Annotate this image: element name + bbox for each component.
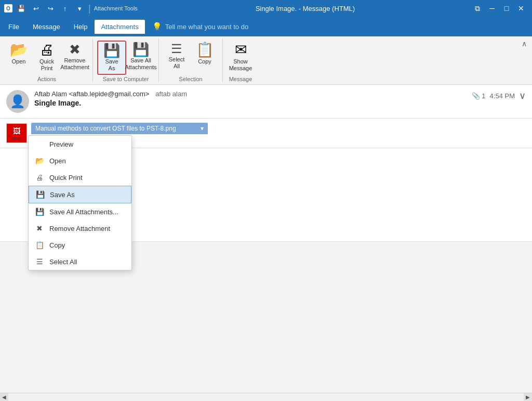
attachment-thumbnail: 🖼 png xyxy=(6,123,27,143)
paperclip-icon: 📎 xyxy=(472,92,480,100)
select-all-btn[interactable]: ☰ SelectAll xyxy=(163,41,190,75)
ctx-quick-print-icon: 🖨 xyxy=(35,173,44,182)
message-group-label: Message xyxy=(229,75,252,82)
restore-btn[interactable]: ⧉ xyxy=(471,2,484,15)
email-header: 👤 Aftab Alam <aftab.lepide@gmail.com> af… xyxy=(0,85,532,119)
scroll-right-btn[interactable]: ▶ xyxy=(524,393,532,402)
maximize-btn[interactable]: □ xyxy=(500,2,513,15)
ribbon: 📂 Open 🖨 QuickPrint ✖ RemoveAttachment A… xyxy=(0,36,532,85)
scroll-left-btn[interactable]: ◀ xyxy=(0,393,8,402)
sender-avatar: 👤 xyxy=(6,90,29,113)
ctx-save-as[interactable]: 💾 Save As xyxy=(29,186,131,203)
open-label: Open xyxy=(12,58,26,65)
email-time: 4:54 PM xyxy=(490,92,515,100)
show-message-icon: ✉ xyxy=(235,43,247,57)
ctx-copy[interactable]: 📋 Copy xyxy=(29,237,131,253)
copy-btn[interactable]: 📋 Copy xyxy=(191,41,218,75)
ribbon-collapse-btn[interactable]: ∧ xyxy=(520,38,529,49)
qat-more-btn[interactable]: ▾ xyxy=(74,3,85,14)
show-message-label: ShowMessage xyxy=(229,58,252,72)
qat-divider: | xyxy=(88,4,91,13)
remove-attachment-btn[interactable]: ✖ RemoveAttachment xyxy=(61,41,88,75)
qat-up-btn[interactable]: ↑ xyxy=(59,3,71,14)
attachment-bar: 🖼 png Manual methods to convert OST file… xyxy=(0,119,532,148)
menu-bar: File Message Help Attachments 💡 xyxy=(0,17,532,36)
ctx-open[interactable]: 📂 Open xyxy=(29,152,131,169)
context-label: Attachment Tools xyxy=(94,5,138,11)
select-all-label: SelectAll xyxy=(169,56,185,70)
ctx-save-all-label: Save All Attachments... xyxy=(49,208,118,216)
attachment-count: 1 xyxy=(482,92,485,100)
email-right: 📎 1 4:54 PM ∨ xyxy=(472,90,526,101)
ctx-remove-attachment[interactable]: ✖ Remove Attachment xyxy=(29,220,131,237)
email-subject: Single Image. xyxy=(34,99,467,107)
app-icon: O xyxy=(4,4,12,12)
email-from: Aftab Alam <aftab.lepide@gmail.com> xyxy=(34,90,149,98)
ctx-open-label: Open xyxy=(49,157,66,165)
ctx-quick-print-label: Quick Print xyxy=(49,174,83,182)
scroll-track[interactable] xyxy=(8,393,524,401)
attachment-filename: Manual methods to convert OST files to P… xyxy=(35,125,197,132)
ctx-save-all-icon: 💾 xyxy=(35,207,44,216)
save-group-label: Save to Computer xyxy=(103,75,149,82)
ctx-select-all[interactable]: ☰ Select All xyxy=(29,253,131,270)
show-message-btn[interactable]: ✉ ShowMessage xyxy=(227,41,254,75)
menu-message[interactable]: Message xyxy=(26,20,66,34)
ctx-select-all-label: Select All xyxy=(49,258,77,266)
ctx-copy-label: Copy xyxy=(49,241,65,249)
close-btn[interactable]: ✕ xyxy=(514,2,528,15)
copy-label: Copy xyxy=(198,58,211,65)
ctx-open-icon: 📂 xyxy=(35,156,44,165)
title-bar: O 💾 ↩ ↪ ↑ ▾ | Attachment Tools Single Im… xyxy=(0,0,532,17)
separator-2 xyxy=(158,38,159,82)
save-all-attachments-btn[interactable]: 💾 Save AllAttachments xyxy=(127,41,154,75)
quick-print-label: QuickPrint xyxy=(39,58,54,72)
menu-file[interactable]: File xyxy=(2,20,25,34)
tell-me-input[interactable] xyxy=(165,23,269,31)
ctx-save-as-label: Save As xyxy=(50,191,75,199)
quick-print-btn[interactable]: 🖨 QuickPrint xyxy=(33,41,60,75)
minimize-btn[interactable]: ─ xyxy=(485,2,499,15)
selection-buttons: ☰ SelectAll 📋 Copy xyxy=(163,38,218,75)
ctx-remove-label: Remove Attachment xyxy=(49,225,110,232)
ctx-quick-print[interactable]: 🖨 Quick Print xyxy=(29,169,131,186)
ribbon-group-selection: ☰ SelectAll 📋 Copy Selection xyxy=(160,36,221,84)
lightbulb-icon: 💡 xyxy=(152,22,162,31)
tell-me-area[interactable]: 💡 xyxy=(152,22,269,31)
attachment-dropdown-arrow[interactable]: ▾ xyxy=(201,125,204,132)
horizontal-scrollbar[interactable]: ◀ ▶ xyxy=(0,393,532,401)
email-tag: aftab alam xyxy=(155,90,187,98)
save-all-label: Save AllAttachments xyxy=(125,57,156,71)
window-title: Single Image. - Message (HTML) xyxy=(140,5,471,12)
open-icon: 📂 xyxy=(10,43,28,57)
message-buttons: ✉ ShowMessage xyxy=(227,38,254,75)
context-menu: Preview 📂 Open 🖨 Quick Print 💾 Save As 💾… xyxy=(28,135,132,270)
attachment-name-bar[interactable]: Manual methods to convert OST files to P… xyxy=(31,123,208,134)
save-as-label: SaveAs xyxy=(105,58,118,72)
ctx-preview-label: Preview xyxy=(49,140,73,148)
ctx-select-all-icon: ☰ xyxy=(35,257,44,266)
quick-print-icon: 🖨 xyxy=(39,43,54,57)
ctx-save-all[interactable]: 💾 Save All Attachments... xyxy=(29,203,131,220)
menu-attachments[interactable]: Attachments xyxy=(95,20,144,34)
menu-help[interactable]: Help xyxy=(68,20,94,34)
save-as-btn[interactable]: 💾 SaveAs xyxy=(97,41,126,75)
actions-group-label: Actions xyxy=(37,75,56,82)
qat-save-btn[interactable]: 💾 xyxy=(16,3,27,14)
separator-3 xyxy=(222,38,223,82)
qat-redo-btn[interactable]: ↪ xyxy=(45,3,56,14)
save-as-icon: 💾 xyxy=(103,44,120,57)
selection-group-label: Selection xyxy=(179,75,202,82)
ribbon-group-message: ✉ ShowMessage Message xyxy=(224,36,257,84)
save-all-icon: 💾 xyxy=(132,43,149,56)
title-bar-left: O 💾 ↩ ↪ ↑ ▾ | Attachment Tools xyxy=(4,3,140,14)
ctx-preview[interactable]: Preview xyxy=(29,136,131,152)
window-controls: ⧉ ─ □ ✕ xyxy=(471,2,528,15)
ribbon-group-save: 💾 SaveAs 💾 Save AllAttachments Save to C… xyxy=(94,36,157,84)
open-btn[interactable]: 📂 Open xyxy=(5,41,32,75)
expand-btn[interactable]: ∨ xyxy=(519,90,526,101)
ctx-save-as-icon: 💾 xyxy=(35,190,45,199)
preview-icon xyxy=(35,139,44,149)
remove-attachment-label: RemoveAttachment xyxy=(60,57,89,71)
qat-undo-btn[interactable]: ↩ xyxy=(30,3,42,14)
